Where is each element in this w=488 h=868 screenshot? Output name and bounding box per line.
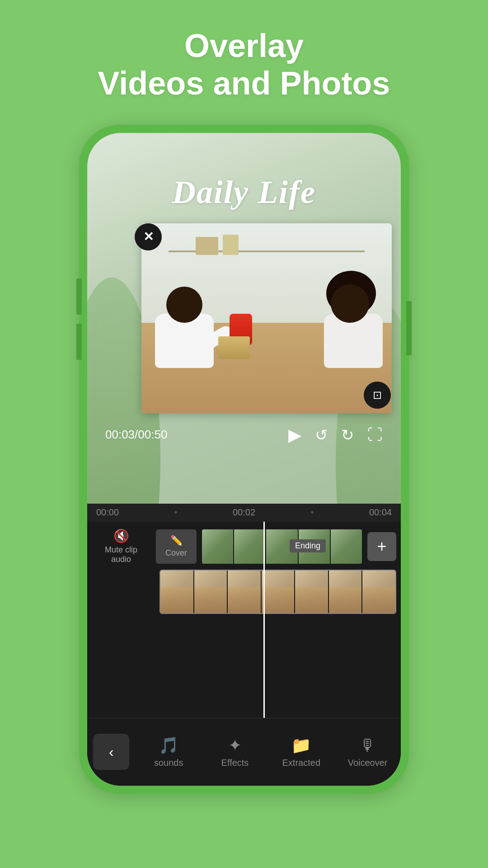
ending-badge: Ending	[290, 539, 326, 552]
add-icon: +	[377, 537, 386, 556]
add-track-button[interactable]: +	[367, 532, 396, 561]
nav-item-extracted[interactable]: 📁 Extracted	[274, 736, 328, 768]
ruler-marks: 00:00 • 00:02 • 00:04	[96, 507, 392, 518]
timeline-playhead[interactable]	[263, 522, 265, 718]
overlay-filmstrip[interactable]	[160, 570, 396, 614]
page-header: Overlay Videos and Photos	[98, 0, 390, 102]
cover-clip[interactable]: ✏️ Cover	[156, 529, 197, 564]
volume-down-button[interactable]	[76, 324, 82, 360]
voiceover-label: Voiceover	[348, 758, 388, 768]
extracted-label: Extracted	[282, 758, 320, 768]
power-button[interactable]	[406, 301, 412, 355]
overlay-frame-2	[194, 571, 227, 613]
playback-controls: 00:03/00:50 ▶ ↺ ↻ ⛶	[87, 425, 401, 445]
phone-wrapper: Daily Life ✕	[79, 125, 409, 794]
ruler-mark-0: 00:00	[96, 507, 119, 518]
controls-group: ▶ ↺ ↻ ⛶	[288, 425, 383, 445]
mute-text: Mute clipaudio	[105, 545, 137, 565]
close-overlay-button[interactable]: ✕	[135, 223, 162, 250]
voiceover-icon: 🎙	[360, 736, 376, 755]
extracted-icon: 📁	[291, 736, 311, 755]
undo-button[interactable]: ↺	[315, 426, 328, 444]
film-frame-5	[331, 529, 362, 564]
fullscreen-button[interactable]: ⛶	[367, 426, 383, 443]
ruler-dot-1: •	[174, 507, 178, 518]
play-button[interactable]: ▶	[288, 425, 301, 445]
ruler-dot-2: •	[310, 507, 314, 518]
bottom-nav: ‹ 🎵 sounds ✦ Effects 📁 Extracted 🎙 Voice…	[87, 718, 401, 786]
ruler-mark-2: 00:02	[233, 507, 255, 518]
redo-button[interactable]: ↻	[341, 426, 354, 444]
mute-icon: 🔇	[113, 528, 129, 543]
resize-icon: ⊡	[373, 389, 382, 401]
back-icon: ‹	[109, 744, 114, 760]
main-filmstrip[interactable]: Ending	[202, 529, 362, 564]
overlay-frame-7	[362, 571, 395, 613]
sounds-label: sounds	[154, 758, 183, 768]
close-icon: ✕	[143, 229, 154, 244]
main-track-row: 🔇 Mute clipaudio ✏️ Cover	[87, 526, 401, 567]
nav-item-effects[interactable]: ✦ Effects	[208, 736, 262, 768]
film-frame-2	[234, 529, 265, 564]
back-button[interactable]: ‹	[93, 734, 129, 770]
overlay-frame-3	[228, 571, 261, 613]
overlay-track-row	[87, 567, 401, 617]
timeline-ruler: 00:00 • 00:02 • 00:04	[87, 504, 401, 522]
overlay-frame-1	[160, 571, 193, 613]
time-display: 00:03/00:50	[105, 428, 167, 442]
mute-clip-label[interactable]: 🔇 Mute clipaudio	[92, 528, 150, 565]
nav-item-voiceover[interactable]: 🎙 Voiceover	[341, 736, 395, 768]
overlay-photo-card[interactable]	[141, 223, 392, 413]
video-preview: Daily Life ✕	[87, 133, 401, 504]
overlay-frame-6	[329, 571, 362, 613]
couple-scene	[141, 223, 392, 413]
timeline-area: 00:00 • 00:02 • 00:04 🔇 Mute clipaudio	[87, 504, 401, 718]
cover-label: Cover	[165, 548, 187, 558]
cover-icon: ✏️	[170, 535, 183, 547]
tracks-container: 🔇 Mute clipaudio ✏️ Cover	[87, 522, 401, 718]
ruler-mark-4: 00:04	[369, 507, 392, 518]
volume-up-button[interactable]	[76, 278, 82, 315]
resize-overlay-button[interactable]: ⊡	[364, 382, 391, 409]
sounds-icon: 🎵	[159, 736, 179, 755]
phone-screen: Daily Life ✕	[87, 133, 401, 786]
page-title: Overlay Videos and Photos	[98, 27, 390, 102]
overlay-frame-4	[262, 571, 295, 613]
effects-label: Effects	[221, 758, 249, 768]
film-frame-1	[202, 529, 233, 564]
video-title: Daily Life	[87, 174, 401, 211]
effects-icon: ✦	[228, 736, 242, 755]
nav-item-sounds[interactable]: 🎵 sounds	[141, 736, 196, 768]
overlay-frame-5	[295, 571, 328, 613]
